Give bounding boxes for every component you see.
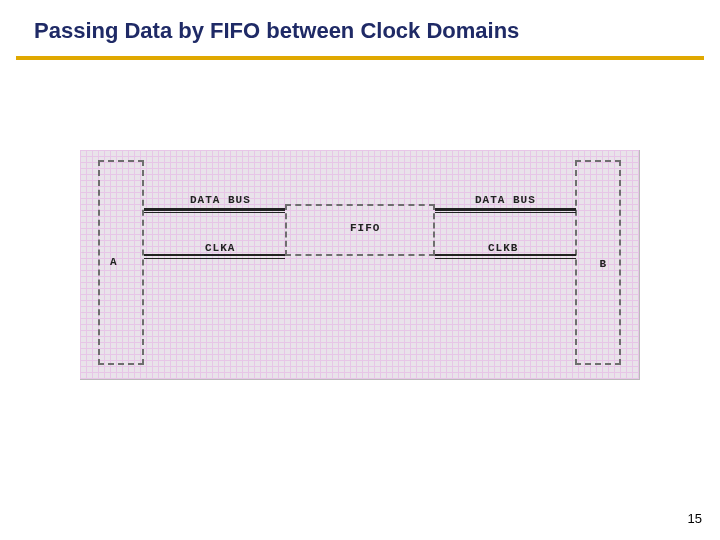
clka-label: CLKA	[205, 242, 235, 254]
domain-b-box	[575, 160, 621, 365]
slide-title: Passing Data by FIFO between Clock Domai…	[34, 18, 686, 44]
data-bus-right-label: DATA BUS	[475, 194, 536, 206]
fifo-diagram: A B FIFO DATA BUS DATA BUS CLKA CLKB	[80, 150, 640, 380]
domain-a-label: A	[110, 256, 118, 268]
clka-wire-under	[144, 258, 285, 259]
data-bus-right-wire-under	[435, 212, 576, 213]
clkb-label: CLKB	[488, 242, 518, 254]
slide: Passing Data by FIFO between Clock Domai…	[0, 0, 720, 540]
clkb-wire	[435, 254, 576, 256]
data-bus-right-wire	[435, 208, 576, 211]
data-bus-left-wire-under	[144, 212, 285, 213]
page-number: 15	[688, 511, 702, 526]
data-bus-left-wire	[144, 208, 285, 211]
domain-a-box	[98, 160, 144, 365]
fifo-label: FIFO	[350, 222, 380, 234]
clkb-wire-under	[435, 258, 576, 259]
domain-b-label: B	[599, 258, 607, 270]
title-rule	[16, 56, 704, 60]
data-bus-left-label: DATA BUS	[190, 194, 251, 206]
clka-wire	[144, 254, 285, 256]
